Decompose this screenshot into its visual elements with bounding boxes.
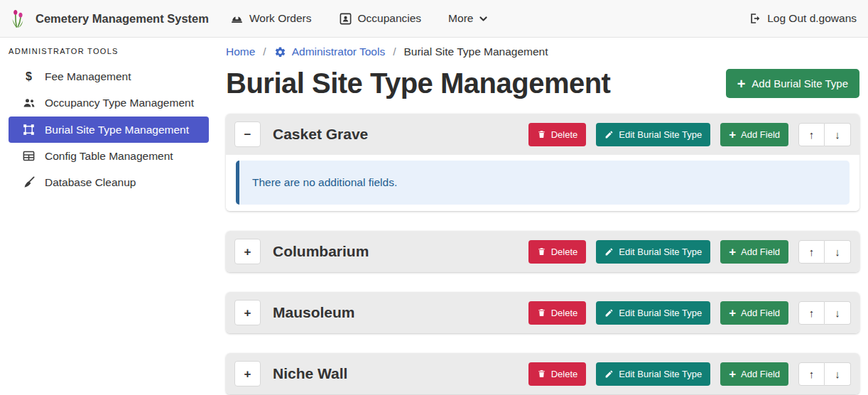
edit-burial-site-type-button[interactable]: Edit Burial Site Type [596,240,710,264]
panel-title: Niche Wall [273,365,347,382]
add-burial-site-type-button[interactable]: + Add Burial Site Type [726,69,859,98]
button-label: Edit Burial Site Type [619,129,702,140]
add-field-button[interactable]: + Add Field [720,301,788,325]
panel-niche-wall: + Niche Wall Delete Edit Burial Site Typ… [226,353,859,394]
move-down-button[interactable]: ↓ [825,123,851,146]
panel-title: Mausoleum [273,304,355,321]
nav-occupancies[interactable]: Occupancies [339,12,422,26]
panel-header: + Niche Wall Delete Edit Burial Site Typ… [226,353,859,394]
sidebar-item-burial-site-type-management[interactable]: Burial Site Type Management [9,117,209,143]
delete-button[interactable]: Delete [528,240,587,264]
panel-title: Casket Grave [273,126,368,143]
button-label: Delete [551,308,578,318]
move-up-button[interactable]: ↑ [798,123,825,146]
trash-icon [537,129,546,139]
button-label: Edit Burial Site Type [619,308,702,318]
edit-burial-site-type-button[interactable]: Edit Burial Site Type [596,301,710,325]
sidebar-item-label: Occupancy Type Management [45,97,194,109]
sidebar-item-database-cleanup[interactable]: Database Cleanup [0,169,213,195]
pencil-icon [604,130,614,139]
move-up-button[interactable]: ↑ [798,362,825,386]
move-down-button[interactable]: ↓ [825,301,851,325]
button-label: Delete [551,369,578,379]
panel-mausoleum: + Mausoleum Delete Edit Burial Site Type [226,292,859,333]
broom-icon [21,175,36,189]
pencil-icon [604,369,614,379]
plus-icon: + [737,77,746,91]
sidebar-item-config-table-management[interactable]: Config Table Management [0,143,213,169]
reorder-button-group: ↑ ↓ [798,301,851,325]
sidebar-item-label: Database Cleanup [45,176,136,189]
move-down-button[interactable]: ↓ [825,362,851,386]
panel-casket-grave: − Casket Grave Delete Edit Burial Site T… [226,114,859,211]
trash-icon [537,247,546,256]
panel-columbarium: + Columbarium Delete Edit Burial Site Ty… [226,231,859,272]
app-brand[interactable]: Cemetery Management System [11,9,209,29]
edit-burial-site-type-button[interactable]: Edit Burial Site Type [596,362,710,386]
collapse-toggle-button[interactable]: − [234,121,261,147]
button-label: Delete [551,129,578,140]
reorder-button-group: ↑ ↓ [798,123,851,146]
edit-burial-site-type-button[interactable]: Edit Burial Site Type [596,123,710,146]
logout-label: Log Out d.gowans [767,12,857,25]
expand-toggle-button[interactable]: + [234,300,261,325]
plus-icon: + [729,307,736,319]
button-label: Add Field [741,369,780,379]
chevron-down-icon [479,14,488,23]
expand-toggle-button[interactable]: + [234,361,261,386]
logout-icon [749,12,761,25]
sidebar-item-label: Fee Management [45,70,131,83]
delete-button[interactable]: Delete [528,301,587,325]
button-label: Add Burial Site Type [752,77,848,90]
nav-label: Work Orders [249,12,312,25]
people-icon [21,96,36,110]
occupancy-frame-icon [339,12,352,26]
breadcrumb-home-link[interactable]: Home [226,45,255,58]
button-label: Add Field [741,247,780,257]
button-label: Delete [551,247,578,257]
add-field-button[interactable]: + Add Field [720,240,788,264]
add-field-button[interactable]: + Add Field [720,362,788,386]
tulip-logo-icon [11,9,29,29]
panel-body: There are no additional fields. [226,155,859,211]
plus-icon: + [729,246,736,258]
nav-more[interactable]: More [448,12,488,25]
move-down-button[interactable]: ↓ [825,240,851,264]
button-label: Edit Burial Site Type [619,369,702,379]
move-up-button[interactable]: ↑ [798,240,825,264]
sidebar-item-fee-management[interactable]: $ Fee Management [0,64,213,90]
nav-work-orders[interactable]: Work Orders [230,12,312,26]
breadcrumb-current: Burial Site Type Management [404,45,548,58]
dollar-icon: $ [21,70,36,83]
trash-icon [537,369,546,379]
add-field-button[interactable]: + Add Field [720,123,788,146]
breadcrumb-admin-tools-link[interactable]: Administrator Tools [274,45,386,58]
breadcrumb: Home / Administrator Tools / Burial Site… [226,45,859,58]
sidebar-item-label: Burial Site Type Management [45,124,189,136]
expand-toggle-button[interactable]: + [234,239,261,264]
vector-square-icon [21,123,36,136]
nav-label: Occupancies [358,12,422,25]
gear-icon [274,46,286,58]
panel-title: Columbarium [273,243,369,260]
panel-header: − Casket Grave Delete Edit Burial Site T… [226,114,859,155]
button-label: Add Field [741,129,780,140]
table-icon [21,149,36,163]
delete-button[interactable]: Delete [528,123,587,146]
app-title: Cemetery Management System [36,12,209,26]
panel-header: + Columbarium Delete Edit Burial Site Ty… [226,231,859,272]
pencil-icon [604,308,614,318]
main-nav: Work Orders Occupancies More [230,12,489,26]
hard-hat-icon [230,12,244,26]
reorder-button-group: ↑ ↓ [798,362,851,386]
pencil-icon [604,247,614,256]
move-up-button[interactable]: ↑ [798,301,825,325]
breadcrumb-separator: / [393,45,396,58]
delete-button[interactable]: Delete [528,362,587,386]
button-label: Edit Burial Site Type [619,247,702,257]
top-navbar: Cemetery Management System Work Orders O… [0,0,868,38]
admin-sidebar: ADMINISTRATOR TOOLS $ Fee Management Occ… [0,38,213,395]
sidebar-item-occupancy-type-management[interactable]: Occupancy Type Management [0,90,213,117]
breadcrumb-separator: / [263,45,266,58]
logout-link[interactable]: Log Out d.gowans [749,12,857,25]
